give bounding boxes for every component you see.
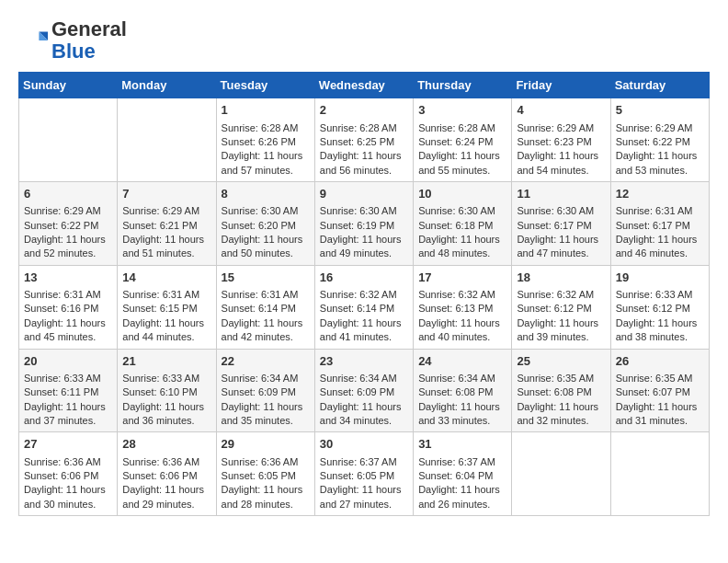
daylight-text: Daylight: 11 hours and 42 minutes. <box>222 316 310 345</box>
sunrise-text: Sunrise: 6:33 AM <box>24 372 112 385</box>
day-number: 25 <box>517 353 605 370</box>
logo: General Blue <box>18 18 127 63</box>
sunset-text: Sunset: 6:16 PM <box>24 302 112 316</box>
sunrise-text: Sunrise: 6:34 AM <box>320 372 408 385</box>
sunset-text: Sunset: 6:08 PM <box>418 385 506 399</box>
day-number: 5 <box>616 102 704 119</box>
daylight-text: Daylight: 11 hours and 52 minutes. <box>24 233 112 261</box>
calendar-cell: 28Sunrise: 6:36 AMSunset: 6:06 PMDayligh… <box>118 432 216 516</box>
day-number: 2 <box>320 102 408 119</box>
day-number: 26 <box>616 353 704 370</box>
sunrise-text: Sunrise: 6:31 AM <box>616 204 704 218</box>
sunrise-text: Sunrise: 6:35 AM <box>616 372 704 385</box>
calendar-cell: 18Sunrise: 6:32 AMSunset: 6:12 PMDayligh… <box>512 265 610 349</box>
daylight-text: Daylight: 11 hours and 31 minutes. <box>616 400 704 429</box>
calendar-cell: 3Sunrise: 6:28 AMSunset: 6:24 PMDaylight… <box>414 98 512 182</box>
day-number: 12 <box>616 186 704 202</box>
page-header: General Blue <box>18 18 710 63</box>
sunrise-text: Sunrise: 6:29 AM <box>122 204 210 218</box>
sunset-text: Sunset: 6:11 PM <box>24 385 112 399</box>
calendar-cell: 14Sunrise: 6:31 AMSunset: 6:15 PMDayligh… <box>118 265 216 349</box>
calendar-cell: 10Sunrise: 6:30 AMSunset: 6:18 PMDayligh… <box>414 182 512 266</box>
day-header-wednesday: Wednesday <box>314 73 413 98</box>
sunrise-text: Sunrise: 6:28 AM <box>418 121 506 135</box>
sunrise-text: Sunrise: 6:36 AM <box>222 455 310 469</box>
day-header-monday: Monday <box>118 73 216 98</box>
day-header-friday: Friday <box>512 73 610 98</box>
calendar-table: SundayMondayTuesdayWednesdayThursdayFrid… <box>18 72 710 516</box>
day-number: 16 <box>320 270 408 286</box>
daylight-text: Daylight: 11 hours and 35 minutes. <box>222 400 310 429</box>
sunrise-text: Sunrise: 6:32 AM <box>517 288 605 302</box>
calendar-week-row: 20Sunrise: 6:33 AMSunset: 6:11 PMDayligh… <box>19 349 710 432</box>
calendar-cell: 2Sunrise: 6:28 AMSunset: 6:25 PMDaylight… <box>314 98 413 182</box>
day-number: 29 <box>222 436 310 453</box>
daylight-text: Daylight: 11 hours and 57 minutes. <box>222 149 310 178</box>
sunset-text: Sunset: 6:26 PM <box>222 135 310 149</box>
daylight-text: Daylight: 11 hours and 50 minutes. <box>222 233 310 261</box>
sunset-text: Sunset: 6:25 PM <box>320 135 408 149</box>
daylight-text: Daylight: 11 hours and 55 minutes. <box>418 149 506 178</box>
day-number: 28 <box>122 436 210 453</box>
calendar-cell: 24Sunrise: 6:34 AMSunset: 6:08 PMDayligh… <box>414 349 512 432</box>
sunset-text: Sunset: 6:23 PM <box>517 135 605 149</box>
sunset-text: Sunset: 6:12 PM <box>517 302 605 316</box>
sunset-text: Sunset: 6:15 PM <box>122 302 210 316</box>
calendar-cell: 27Sunrise: 6:36 AMSunset: 6:06 PMDayligh… <box>19 432 118 516</box>
sunset-text: Sunset: 6:18 PM <box>418 219 506 233</box>
sunset-text: Sunset: 6:09 PM <box>222 385 310 399</box>
calendar-cell: 1Sunrise: 6:28 AMSunset: 6:26 PMDaylight… <box>216 98 314 182</box>
day-number: 11 <box>517 186 605 202</box>
calendar-week-row: 6Sunrise: 6:29 AMSunset: 6:22 PMDaylight… <box>19 182 710 266</box>
calendar-cell: 8Sunrise: 6:30 AMSunset: 6:20 PMDaylight… <box>216 182 314 266</box>
calendar-cell: 30Sunrise: 6:37 AMSunset: 6:05 PMDayligh… <box>314 432 413 516</box>
daylight-text: Daylight: 11 hours and 45 minutes. <box>24 316 112 345</box>
daylight-text: Daylight: 11 hours and 47 minutes. <box>517 233 605 261</box>
daylight-text: Daylight: 11 hours and 30 minutes. <box>24 483 112 511</box>
daylight-text: Daylight: 11 hours and 38 minutes. <box>616 316 704 345</box>
sunset-text: Sunset: 6:06 PM <box>24 469 112 483</box>
sunset-text: Sunset: 6:21 PM <box>122 219 210 233</box>
calendar-cell: 20Sunrise: 6:33 AMSunset: 6:11 PMDayligh… <box>19 349 118 432</box>
sunrise-text: Sunrise: 6:33 AM <box>122 372 210 385</box>
daylight-text: Daylight: 11 hours and 46 minutes. <box>616 233 704 261</box>
sunset-text: Sunset: 6:05 PM <box>222 469 310 483</box>
day-number: 23 <box>320 353 408 370</box>
calendar-cell: 26Sunrise: 6:35 AMSunset: 6:07 PMDayligh… <box>610 349 709 432</box>
sunset-text: Sunset: 6:17 PM <box>616 219 704 233</box>
daylight-text: Daylight: 11 hours and 51 minutes. <box>122 233 210 261</box>
day-number: 9 <box>320 186 408 202</box>
day-header-saturday: Saturday <box>610 73 709 98</box>
sunset-text: Sunset: 6:14 PM <box>222 302 310 316</box>
day-number: 24 <box>418 353 506 370</box>
day-number: 7 <box>122 186 210 202</box>
calendar-header-row: SundayMondayTuesdayWednesdayThursdayFrid… <box>19 73 710 98</box>
calendar-cell: 19Sunrise: 6:33 AMSunset: 6:12 PMDayligh… <box>610 265 709 349</box>
sunrise-text: Sunrise: 6:30 AM <box>320 204 408 218</box>
calendar-week-row: 27Sunrise: 6:36 AMSunset: 6:06 PMDayligh… <box>19 432 710 516</box>
sunrise-text: Sunrise: 6:30 AM <box>517 204 605 218</box>
calendar-cell <box>512 432 610 516</box>
sunrise-text: Sunrise: 6:31 AM <box>122 288 210 302</box>
sunrise-text: Sunrise: 6:34 AM <box>418 372 506 385</box>
daylight-text: Daylight: 11 hours and 37 minutes. <box>24 400 112 429</box>
daylight-text: Daylight: 11 hours and 36 minutes. <box>122 400 210 429</box>
day-number: 15 <box>222 270 310 286</box>
sunrise-text: Sunrise: 6:37 AM <box>418 455 506 469</box>
daylight-text: Daylight: 11 hours and 28 minutes. <box>222 483 310 511</box>
sunrise-text: Sunrise: 6:30 AM <box>222 204 310 218</box>
calendar-cell: 31Sunrise: 6:37 AMSunset: 6:04 PMDayligh… <box>414 432 512 516</box>
day-number: 6 <box>24 186 112 202</box>
day-number: 14 <box>122 270 210 286</box>
logo-icon <box>18 26 48 55</box>
day-number: 17 <box>418 270 506 286</box>
sunrise-text: Sunrise: 6:35 AM <box>517 372 605 385</box>
sunrise-text: Sunrise: 6:30 AM <box>418 204 506 218</box>
calendar-cell: 29Sunrise: 6:36 AMSunset: 6:05 PMDayligh… <box>216 432 314 516</box>
day-number: 31 <box>418 436 506 453</box>
sunrise-text: Sunrise: 6:29 AM <box>24 204 112 218</box>
daylight-text: Daylight: 11 hours and 44 minutes. <box>122 316 210 345</box>
sunrise-text: Sunrise: 6:29 AM <box>517 121 605 135</box>
calendar-cell: 6Sunrise: 6:29 AMSunset: 6:22 PMDaylight… <box>19 182 118 266</box>
calendar-cell: 23Sunrise: 6:34 AMSunset: 6:09 PMDayligh… <box>314 349 413 432</box>
